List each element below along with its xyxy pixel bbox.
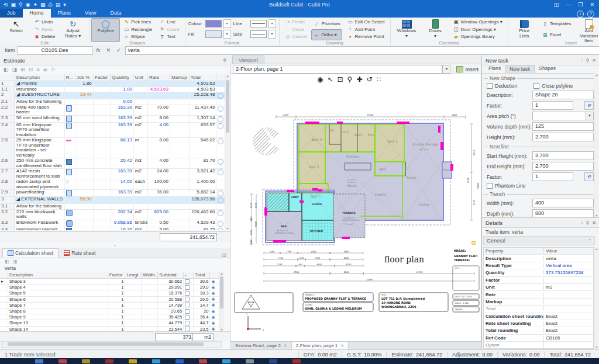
field-startheightmm[interactable]: 2,700 xyxy=(532,151,594,160)
taskbar-app-icon-8[interactable] xyxy=(222,359,230,363)
taskbar-app-icon-4[interactable] xyxy=(129,359,137,363)
windows-taskbar[interactable] xyxy=(0,358,599,364)
status-circle[interactable] xyxy=(218,138,223,144)
estimate-row[interactable]: 2◢ SUBSTRUCTURE10.4425,228.48 xyxy=(0,92,225,99)
templates-button[interactable]: ▯Templates xyxy=(540,18,573,29)
field-areapitch[interactable]: ▼ xyxy=(532,112,594,120)
undo-button[interactable]: ↶Undo xyxy=(32,18,57,26)
close-tab-icon[interactable]: ✕ xyxy=(340,344,344,348)
details-row[interactable]: Factor xyxy=(484,277,593,284)
details-row[interactable]: Calculation sheet roundingExact xyxy=(484,313,593,320)
item-code-input[interactable]: CB105.Des xyxy=(18,46,92,55)
calc-hscrollbar[interactable] xyxy=(1,341,222,348)
polyline-button[interactable]: Polyline xyxy=(91,18,120,42)
pin-icon[interactable]: ⚲ xyxy=(19,1,23,9)
details-row[interactable]: Option xyxy=(484,342,593,349)
formula-input[interactable]: verta xyxy=(125,46,599,55)
status-circle[interactable] xyxy=(218,221,223,227)
estimate-row[interactable]: 2.6250 mm concrete cantilevered floor sl… xyxy=(0,158,225,169)
pin-icon[interactable]: ⚲ xyxy=(586,220,589,226)
visibility-eye-icon[interactable]: ◉ xyxy=(211,279,215,284)
field-heightmm[interactable]: 2,700 xyxy=(532,133,594,141)
calc-row[interactable]: Shape 5118.37618.3◉ xyxy=(0,290,219,296)
close-icon[interactable]: ✕ xyxy=(592,220,596,226)
taskbar-app-icon-11[interactable] xyxy=(292,359,301,363)
estimate-tool-icon-0[interactable]: ◧ xyxy=(4,67,9,72)
estimate-row[interactable]: 1◢ Prelims1.864,503.63 xyxy=(0,81,225,87)
details-row[interactable]: Markup xyxy=(484,299,593,306)
details-scrollbar[interactable]: ▲▼ xyxy=(594,247,599,349)
colour-swatch[interactable]: Colour▾ xyxy=(188,18,231,29)
chevron-down-icon[interactable]: ▾ xyxy=(268,19,276,28)
print-icon[interactable]: ⎙ xyxy=(49,1,53,9)
delete-button[interactable]: ✖Delete xyxy=(32,33,57,40)
taskbar-app-icon-6[interactable] xyxy=(175,359,184,363)
include-checkbox[interactable] xyxy=(185,309,190,314)
details-row[interactable]: Total roundingExact xyxy=(484,327,593,334)
calc-panel-icon[interactable]: ◫ xyxy=(222,252,226,258)
refresh-icon[interactable]: ⟲ xyxy=(4,1,8,9)
tab-calculation-sheet[interactable]: Calculation sheet xyxy=(2,248,58,258)
door-openings-button[interactable]: ◫Door Openings ▾ xyxy=(451,26,505,33)
status-circle[interactable] xyxy=(218,116,223,122)
close-icon[interactable]: ✕ xyxy=(590,2,594,8)
pin-icon[interactable]: ⚲ xyxy=(223,58,226,63)
estimate-row[interactable]: 3.3Brickwork Facework9,058.86Bricks0.504… xyxy=(0,220,225,227)
tab-view[interactable]: View xyxy=(78,9,103,18)
estimate-tool-icon-5[interactable]: ≣ xyxy=(43,67,47,72)
calc-row[interactable]: Shape 4129.09129.0◉ xyxy=(0,285,219,290)
checkbox-deduction[interactable]: Deduction xyxy=(487,83,517,89)
select-tool-icon[interactable]: ↖ xyxy=(327,75,333,84)
add-variation-item-button[interactable]: Add Variation Item xyxy=(574,18,599,42)
excel-button[interactable]: ⊞Excel xyxy=(540,29,573,40)
visibility-eye-icon[interactable]: ◉ xyxy=(211,315,215,320)
close-tab-icon[interactable]: ✕ xyxy=(284,344,287,348)
ortho-button[interactable]: ⌐Ortho ▾ xyxy=(311,29,342,40)
estimate-row[interactable]: 2.2RMB 400 radon barrier163.39m270.0011,… xyxy=(0,105,225,116)
estimate-tool-icon-2[interactable]: ⊞ xyxy=(20,67,25,72)
details-row[interactable]: Total xyxy=(484,306,593,313)
minimize-icon[interactable]: — xyxy=(566,2,571,8)
status-circle[interactable] xyxy=(218,106,223,112)
page-selector-dropdown-icon[interactable]: ▼ xyxy=(442,65,450,74)
zoom-tool-icon[interactable]: ⚲ xyxy=(347,75,353,84)
taskbar-app-icon-1[interactable] xyxy=(58,359,67,363)
rotate-tool-icon[interactable]: ↺ xyxy=(366,75,372,84)
estimate-tool-icon-1[interactable]: ◨ xyxy=(12,67,18,72)
fit-view-icon[interactable]: ∷ xyxy=(377,75,381,84)
qat-dropdown-icon[interactable]: ▾ xyxy=(63,1,66,9)
taskbar-app-icon-9[interactable] xyxy=(246,359,254,363)
field-volumedepthmm[interactable]: 125 xyxy=(532,122,594,131)
include-checkbox[interactable] xyxy=(185,321,190,325)
chevron-down-icon[interactable]: ▾ xyxy=(268,30,276,39)
checkbox-phantom-line[interactable]: Phantom Line xyxy=(487,183,525,189)
cancel-entry-button[interactable]: ✕ xyxy=(105,47,113,53)
view-mode-icon[interactable]: ◉ xyxy=(317,75,323,84)
window-openings-button[interactable]: ▣Window Openings ▾ xyxy=(451,18,505,26)
visibility-eye-icon[interactable]: ◉ xyxy=(211,285,215,290)
insert-button[interactable]: Insert xyxy=(453,66,478,72)
visibility-eye-icon[interactable]: ◉ xyxy=(211,303,215,307)
zoom-window-icon[interactable]: ⊡ xyxy=(338,75,343,84)
field-factor[interactable]: 1 xyxy=(532,101,573,110)
status-circle[interactable] xyxy=(218,228,223,231)
estimate-row[interactable]: 1.1Insurance1.004,503.634,503.63 xyxy=(0,87,225,93)
visibility-eye-icon[interactable]: ◉ xyxy=(211,291,215,296)
include-checkbox[interactable] xyxy=(185,303,190,307)
constants-e-button[interactable]: e xyxy=(584,101,594,110)
viewport-tab[interactable]: Viewport xyxy=(232,56,264,64)
estimate-row[interactable]: 2.8radon sump and associated pipework☝14… xyxy=(0,179,225,190)
field-endheightmm[interactable]: 2,700 xyxy=(532,162,594,171)
compass-icon[interactable]: ✦ xyxy=(33,1,38,9)
close-icon[interactable]: ✕ xyxy=(592,58,596,63)
new-task-scrollbar[interactable]: ▲▼ xyxy=(594,73,599,217)
tab-home[interactable]: Home xyxy=(23,9,51,18)
windows-button[interactable]: Windows ▾ xyxy=(393,18,421,42)
estimate-row[interactable]: 2.9powerfloating163.39m236.005,882.14 xyxy=(0,190,225,197)
status-circle[interactable] xyxy=(218,159,223,165)
taskbar-app-icon-2[interactable] xyxy=(82,359,90,363)
field-depthmm[interactable]: 600 xyxy=(532,209,594,217)
calc-row[interactable]: Shape 7114.73914.7◉ xyxy=(0,303,219,308)
panel-splitter[interactable]: ⌄ xyxy=(0,242,230,248)
taskbar-app-icon-10[interactable] xyxy=(269,359,277,363)
